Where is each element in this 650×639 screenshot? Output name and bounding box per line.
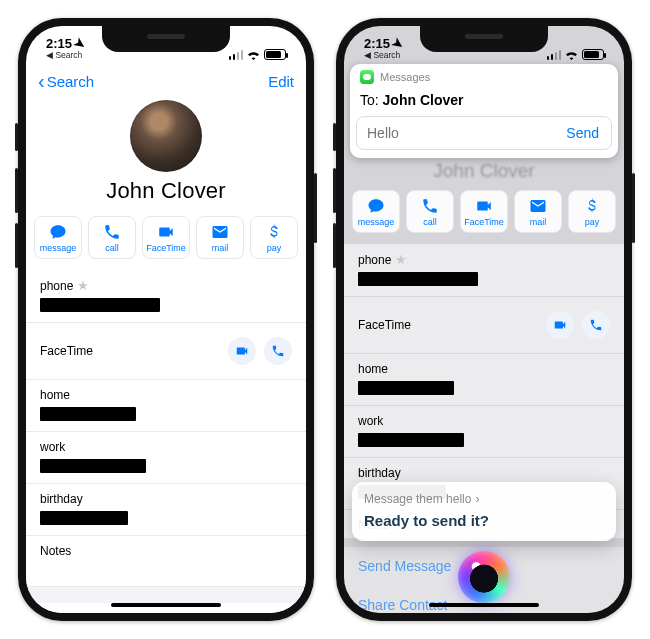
back-label: Search xyxy=(47,73,95,90)
star-icon: ★ xyxy=(395,252,407,267)
home-row[interactable]: home xyxy=(344,354,624,406)
facetime-row[interactable]: FaceTime xyxy=(344,297,624,354)
status-back-app[interactable]: ◀ Search xyxy=(46,50,82,60)
birthday-row[interactable]: birthday xyxy=(26,484,306,536)
dollar-icon xyxy=(265,223,283,241)
screen-siri: 2:15➤ ◀ Search Messages To: John Clover … xyxy=(344,26,624,613)
phone-icon xyxy=(271,344,285,358)
phone-icon xyxy=(103,223,121,241)
pay-button[interactable]: pay xyxy=(250,216,298,259)
to-name: John Clover xyxy=(383,92,464,108)
message-icon xyxy=(367,197,385,215)
video-icon xyxy=(157,223,175,241)
to-label: To: xyxy=(360,92,379,108)
facetime-row[interactable]: FaceTime xyxy=(26,323,306,380)
signal-icon xyxy=(547,50,562,60)
action-row: message call FaceTime mail pay xyxy=(26,216,306,269)
redacted-value xyxy=(40,298,160,312)
chevron-left-icon: ‹ xyxy=(38,71,45,91)
video-icon xyxy=(553,318,567,332)
edit-button[interactable]: Edit xyxy=(268,73,294,90)
siri-card: Message them hello › Ready to send it? xyxy=(352,482,616,541)
nav-bar: ‹Search Edit xyxy=(26,62,306,100)
message-button[interactable]: message xyxy=(34,216,82,259)
send-button[interactable]: Send xyxy=(554,117,611,149)
avatar[interactable] xyxy=(130,100,202,172)
siri-hint[interactable]: Message them hello › xyxy=(364,492,604,506)
message-compose-card: Messages To: John Clover Hello Send xyxy=(350,64,618,158)
wifi-icon xyxy=(564,49,579,60)
siri-orb[interactable] xyxy=(458,551,510,603)
facetime-label: FaceTime xyxy=(358,318,411,332)
facetime-audio-button[interactable] xyxy=(264,337,292,365)
redacted-value xyxy=(358,381,454,395)
status-time: 2:15 xyxy=(46,36,72,51)
back-button[interactable]: ‹Search xyxy=(38,71,94,91)
work-row[interactable]: work xyxy=(344,406,624,458)
video-icon xyxy=(475,197,493,215)
messages-app-label: Messages xyxy=(380,71,430,83)
home-label: home xyxy=(40,388,292,402)
phone-label: phone xyxy=(358,253,391,267)
message-icon xyxy=(49,223,67,241)
phone-left: 2:15➤ ◀ Search ‹Search Edit John Clover … xyxy=(18,18,314,621)
facetime-button[interactable]: FaceTime xyxy=(142,216,190,259)
siri-prompt: Ready to send it? xyxy=(364,512,604,529)
status-back-app[interactable]: ◀ Search xyxy=(364,50,400,60)
work-row[interactable]: work xyxy=(26,432,306,484)
mail-button[interactable]: mail xyxy=(514,190,562,233)
redacted-value xyxy=(358,433,464,447)
redacted-value xyxy=(40,511,128,525)
facetime-audio-button[interactable] xyxy=(582,311,610,339)
call-button[interactable]: call xyxy=(88,216,136,259)
contact-name-background: John Clover xyxy=(344,158,624,190)
facetime-label: FaceTime xyxy=(40,344,93,358)
notes-label: Notes xyxy=(40,544,292,558)
phone-icon xyxy=(589,318,603,332)
phone-row[interactable]: phone ★ xyxy=(26,270,306,323)
phone-icon xyxy=(421,197,439,215)
message-draft-input[interactable]: Hello xyxy=(357,117,554,149)
video-icon xyxy=(235,344,249,358)
message-to-row[interactable]: To: John Clover xyxy=(350,88,618,116)
screen-contacts: 2:15➤ ◀ Search ‹Search Edit John Clover … xyxy=(26,26,306,613)
home-indicator[interactable] xyxy=(111,603,221,607)
phone-row[interactable]: phone ★ xyxy=(344,244,624,297)
battery-icon xyxy=(582,49,604,60)
message-button[interactable]: message xyxy=(352,190,400,233)
notes-row[interactable]: Notes xyxy=(26,536,306,587)
call-button[interactable]: call xyxy=(406,190,454,233)
facetime-video-button[interactable] xyxy=(546,311,574,339)
mail-button[interactable]: mail xyxy=(196,216,244,259)
profile-header: John Clover xyxy=(26,100,306,216)
notch xyxy=(102,26,230,52)
contact-name: John Clover xyxy=(26,178,306,204)
star-icon: ★ xyxy=(77,278,89,293)
facetime-video-button[interactable] xyxy=(228,337,256,365)
home-indicator[interactable] xyxy=(429,603,539,607)
pay-button[interactable]: pay xyxy=(568,190,616,233)
mail-icon xyxy=(529,197,547,215)
phone-right: 2:15➤ ◀ Search Messages To: John Clover … xyxy=(336,18,632,621)
birthday-label: birthday xyxy=(358,466,610,480)
signal-icon xyxy=(229,50,244,60)
status-time: 2:15 xyxy=(364,36,390,51)
messages-app-icon xyxy=(360,70,374,84)
home-label: home xyxy=(358,362,610,376)
notch xyxy=(420,26,548,52)
facetime-button[interactable]: FaceTime xyxy=(460,190,508,233)
redacted-value xyxy=(40,407,136,421)
home-row[interactable]: home xyxy=(26,380,306,432)
action-row: message call FaceTime mail pay xyxy=(344,190,624,243)
work-label: work xyxy=(358,414,610,428)
details-list: phone ★ FaceTime home work xyxy=(26,270,306,587)
birthday-label: birthday xyxy=(40,492,292,506)
phone-label: phone xyxy=(40,279,73,293)
dollar-icon xyxy=(583,197,601,215)
wifi-icon xyxy=(246,49,261,60)
chevron-right-icon: › xyxy=(475,492,479,506)
work-label: work xyxy=(40,440,292,454)
battery-icon xyxy=(264,49,286,60)
redacted-value xyxy=(358,272,478,286)
message-input-row: Hello Send xyxy=(356,116,612,150)
